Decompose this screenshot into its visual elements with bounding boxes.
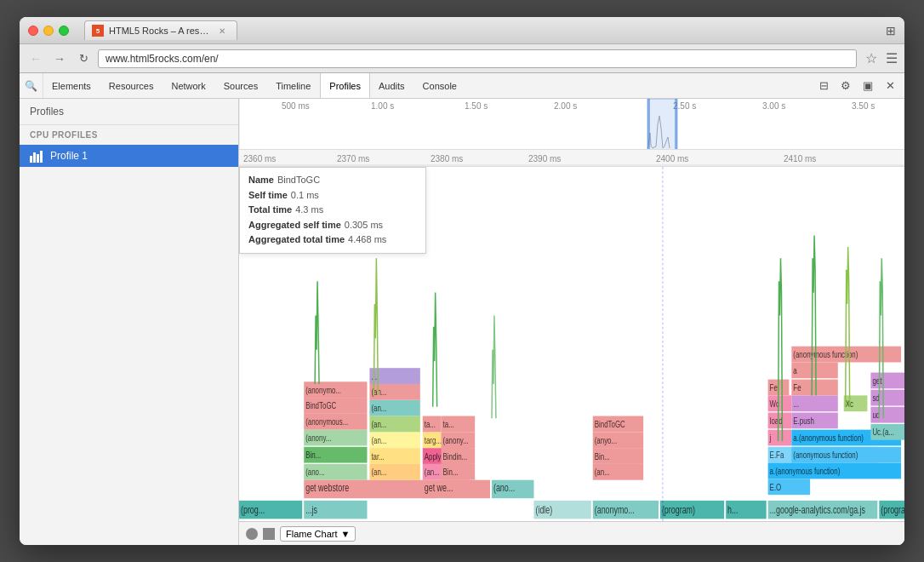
- svg-text:Uc.(a...: Uc.(a...: [872, 427, 894, 438]
- tab-title: HTML5 Rocks – A resource...: [109, 26, 209, 36]
- tooltip-totaltime-label: Total time: [248, 203, 292, 218]
- svg-text:h...: h...: [727, 503, 738, 515]
- svg-rect-14: [675, 99, 677, 149]
- browser-window: 5 HTML5 Rocks – A resource... ✕ ⊞ ← → ↻ …: [20, 17, 904, 545]
- tooltip: Name BindToGC Self time 0.1 ms Total tim…: [239, 167, 426, 254]
- svg-text:Fe: Fe: [770, 382, 778, 393]
- minimize-button[interactable]: [43, 26, 54, 36]
- svg-text:Apply: Apply: [425, 450, 442, 462]
- svg-text:get: get: [872, 376, 881, 387]
- flame-chart-label: Flame Chart: [286, 529, 338, 539]
- refresh-button[interactable]: ↻: [74, 49, 93, 68]
- tooltip-aggtotal-value: 4.468 ms: [348, 232, 386, 248]
- svg-text:(ano...: (ano...: [493, 482, 515, 494]
- tab-elements[interactable]: Elements: [43, 73, 100, 98]
- tab-resources[interactable]: Resources: [100, 73, 163, 98]
- svg-text:(idle): (idle): [535, 503, 552, 515]
- tab-console[interactable]: Console: [414, 73, 466, 98]
- devtools-tabs-bar: 🔍 Elements Resources Network Sources Tim…: [20, 73, 904, 99]
- menu-icon[interactable]: ☰: [886, 50, 898, 66]
- svg-text:BindToGC: BindToGC: [305, 400, 336, 411]
- layout-icon[interactable]: ▣: [858, 77, 877, 95]
- svg-text:(an...: (an...: [425, 467, 440, 478]
- profiler-panel: 500 ms 1.00 s 1.50 s 2.00 s 2.50 s 3.00 …: [239, 99, 904, 545]
- tab-close-button[interactable]: ✕: [218, 26, 226, 36]
- svg-text:a: a: [793, 365, 797, 376]
- svg-text:2360 ms: 2360 ms: [243, 154, 276, 163]
- svg-text:(an...: (an...: [595, 467, 610, 478]
- svg-text:BindToGC: BindToGC: [595, 419, 625, 430]
- svg-text:get webstore: get webstore: [305, 482, 349, 494]
- tab-bar: 5 HTML5 Rocks – A resource... ✕: [84, 20, 886, 40]
- settings-icon[interactable]: ⚙: [836, 77, 855, 95]
- svg-rect-3: [40, 151, 43, 163]
- tab-audits[interactable]: Audits: [370, 73, 414, 98]
- tab-sources[interactable]: Sources: [215, 73, 267, 98]
- stop-button[interactable]: [263, 528, 275, 540]
- expand-icon[interactable]: ⊞: [886, 24, 896, 37]
- svg-text:Bin...: Bin...: [305, 450, 321, 461]
- bookmark-icon[interactable]: ☆: [865, 50, 877, 66]
- svg-text:(an...: (an...: [371, 419, 386, 430]
- sidebar-item-profile1[interactable]: Profile 1: [20, 145, 238, 167]
- title-bar: 5 HTML5 Rocks – A resource... ✕ ⊞: [20, 17, 904, 44]
- tab-timeline[interactable]: Timeline: [267, 73, 320, 98]
- svg-text:get we...: get we...: [425, 482, 453, 494]
- devtools-search-icon[interactable]: 🔍: [20, 73, 43, 98]
- tooltip-aggself-value: 0.305 ms: [345, 218, 383, 233]
- dropdown-arrow-icon: ▼: [341, 529, 351, 539]
- timeline-overview[interactable]: 500 ms 1.00 s 1.50 s 2.00 s 2.50 s 3.00 …: [239, 99, 904, 150]
- dock-icon[interactable]: ⊟: [814, 77, 833, 95]
- svg-text:Bin...: Bin...: [443, 467, 459, 478]
- svg-rect-12: [647, 99, 677, 149]
- svg-text:a.(anonymous function): a.(anonymous function): [793, 433, 864, 444]
- svg-text:1.50 s: 1.50 s: [465, 101, 488, 111]
- traffic-lights: [28, 26, 69, 36]
- svg-text:1.00 s: 1.00 s: [371, 101, 394, 111]
- sidebar: Profiles CPU PROFILES Profile 1: [20, 99, 239, 545]
- tooltip-aggself-label: Aggregated self time: [248, 218, 341, 233]
- svg-text:targ...: targ...: [425, 435, 442, 446]
- svg-text:(anony...: (anony...: [443, 435, 469, 446]
- svg-text:(anonymo...: (anonymo...: [595, 503, 635, 515]
- svg-text:(anyo...: (anyo...: [595, 435, 617, 446]
- svg-text:3.00 s: 3.00 s: [762, 101, 785, 111]
- browser-tab[interactable]: 5 HTML5 Rocks – A resource... ✕: [84, 20, 237, 40]
- flame-chart-area[interactable]: Name BindToGC Self time 0.1 ms Total tim…: [239, 167, 904, 521]
- svg-text:a.(anonymous function): a.(anonymous function): [770, 466, 841, 477]
- svg-text:load: load: [770, 416, 783, 427]
- tooltip-selftime-value: 0.1 ms: [291, 188, 319, 204]
- tab-profiles[interactable]: Profiles: [320, 73, 370, 98]
- tooltip-name-value: BindToGC: [277, 173, 320, 188]
- svg-text:(anonymous...: (anonymous...: [305, 416, 348, 427]
- forward-button[interactable]: →: [50, 49, 69, 68]
- tab-network[interactable]: Network: [163, 73, 214, 98]
- flame-chart-select[interactable]: Flame Chart ▼: [280, 526, 356, 542]
- close-devtools-icon[interactable]: ✕: [881, 77, 899, 95]
- devtools-toolbar-right: ⊟ ⚙ ▣ ✕: [814, 73, 904, 98]
- svg-text:...google-analytics.com/ga.js: ...google-analytics.com/ga.js: [770, 503, 865, 515]
- svg-text:2380 ms: 2380 ms: [431, 154, 463, 163]
- svg-text:ta...: ta...: [425, 419, 436, 430]
- svg-text:(program): (program): [662, 503, 695, 515]
- svg-rect-98: [768, 430, 792, 446]
- close-button[interactable]: [28, 26, 38, 36]
- svg-text:ta...: ta...: [443, 419, 454, 430]
- svg-text:2370 ms: 2370 ms: [337, 154, 369, 163]
- tooltip-totaltime-value: 4.3 ms: [295, 203, 323, 218]
- svg-text:(anonymous function): (anonymous function): [793, 450, 858, 461]
- svg-text:Fe: Fe: [793, 382, 801, 393]
- address-bar[interactable]: www.html5rocks.com/en/: [98, 49, 857, 68]
- record-button[interactable]: [246, 528, 258, 540]
- svg-rect-13: [647, 99, 650, 149]
- svg-text:E.O: E.O: [770, 482, 782, 493]
- maximize-button[interactable]: [59, 26, 69, 36]
- tooltip-aggtotal-label: Aggregated total time: [248, 232, 345, 248]
- bottom-bar: Flame Chart ▼: [239, 521, 904, 545]
- back-button[interactable]: ←: [26, 49, 45, 68]
- detail-panel: 2360 ms 2370 ms 2380 ms 2390 ms 2400 ms …: [239, 150, 904, 521]
- svg-rect-2: [37, 154, 39, 163]
- svg-text:(anony...: (anony...: [305, 433, 331, 444]
- svg-text:(anonymo...: (anonymo...: [305, 384, 341, 395]
- svg-text:2400 ms: 2400 ms: [656, 154, 688, 163]
